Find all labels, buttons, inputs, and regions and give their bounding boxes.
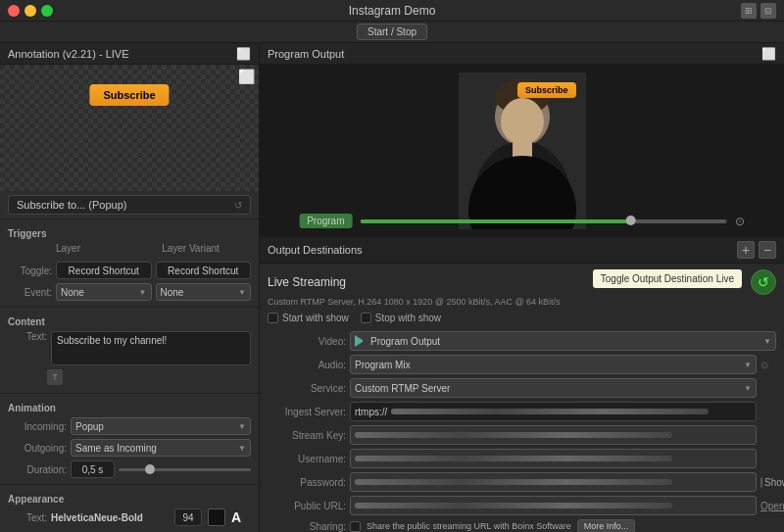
start-with-show-label[interactable]: Start with show (268, 313, 349, 323)
sharing-checkbox[interactable] (350, 521, 361, 532)
left-panel: Annotation (v2.21) - LIVE ⬜ Subscribe ⬜ … (0, 43, 260, 532)
username-input[interactable] (350, 449, 757, 468)
username-label: Username: (268, 454, 346, 464)
ls-toggle-wrapper: ↺ Toggle Output Destination Live (751, 269, 776, 295)
toggle-row: Toggle: Record Shortcut Record Shortcut (0, 260, 259, 281)
ingest-row: Ingest Server: rtmps:// (260, 400, 784, 423)
program-slider[interactable] (360, 219, 726, 223)
video-select[interactable]: Program Output ▼ (350, 331, 776, 351)
toggle-label: Toggle: (8, 266, 52, 276)
program-button[interactable]: Program (299, 214, 352, 228)
program-output-title: Program Output (268, 48, 344, 60)
toggle-select[interactable]: None ▼ (56, 283, 152, 301)
ingest-blurred (391, 409, 709, 414)
ingest-input[interactable]: rtmps:// (350, 402, 757, 421)
close-button[interactable] (8, 5, 20, 17)
font-size[interactable]: 94 (174, 508, 202, 526)
content-text-area[interactable]: Subscribe to my channel! (51, 331, 251, 365)
toggle-shortcut-field[interactable]: Record Shortcut (56, 262, 152, 279)
duration-label: Duration: (8, 464, 67, 475)
service-select[interactable]: Custom RTMP Server ▼ (350, 378, 757, 398)
triggers-header-grid: Layer Layer Variant (0, 241, 259, 256)
play-icon (355, 335, 367, 347)
public-url-input[interactable] (350, 496, 757, 515)
video-label: Video: (268, 336, 346, 347)
animation-section: Animation Incoming: Popup ▼ Outgoing: Sa… (0, 393, 259, 484)
content-format-icon[interactable]: T (47, 369, 63, 385)
program-output-icon: ⬜ (761, 47, 776, 61)
stream-key-input[interactable] (350, 425, 757, 445)
password-row: Password: Show (260, 470, 784, 494)
toggle-tooltip: Toggle Output Destination Live (593, 269, 742, 288)
subscribe-preview-button[interactable]: Subscribe (89, 84, 169, 106)
annotation-title: Annotation (v2.21) - LIVE (8, 48, 129, 60)
output-destinations-header: Output Destinations + − (260, 236, 784, 264)
service-label: Service: (268, 383, 346, 394)
start-stop-button[interactable]: Start / Stop (357, 24, 427, 40)
triggers-section: Triggers Layer Layer Variant Toggle: Rec… (0, 218, 259, 307)
font-style-a: A (231, 509, 251, 525)
incoming-select-arrow: ▼ (238, 422, 246, 431)
audio-select-arrow: ▼ (744, 361, 752, 369)
popup-trigger[interactable]: Subscribe to... (Popup) ↺ (8, 195, 251, 215)
audio-remove-icon[interactable]: ⊙ (760, 360, 776, 370)
animation-section-label: Animation (0, 398, 259, 415)
title-bar: Instagram Demo ⊞ ⊟ (0, 0, 784, 22)
ingest-label: Ingest Server: (268, 407, 346, 417)
duration-slider-thumb (145, 464, 155, 474)
layout-icon-2[interactable]: ⊟ (760, 3, 776, 19)
appearance-section: Appearance Text: HelveticaNeue-Bold 94 A (0, 484, 259, 532)
sharing-row: Sharing: Share the public streaming URL … (260, 517, 784, 532)
duration-value[interactable]: 0,5 s (71, 460, 115, 478)
show-password-checkbox[interactable] (760, 477, 762, 488)
stop-with-show-label[interactable]: Stop with show (361, 313, 441, 323)
add-output-button[interactable]: + (737, 241, 755, 259)
show-password-wrapper: Show (760, 477, 776, 488)
maximize-button[interactable] (41, 5, 53, 17)
public-url-row: Public URL: Open (260, 494, 784, 517)
ls-toggle-button[interactable]: ↺ (751, 269, 776, 295)
start-with-show-checkbox[interactable] (268, 313, 278, 323)
title-bar-right-controls: ⊞ ⊟ (741, 3, 776, 19)
ls-header: Live Streaming ↺ Toggle Output Destinati… (260, 264, 784, 297)
window-title: Instagram Demo (349, 4, 436, 18)
appearance-row: Text: HelveticaNeue-Bold 94 A (0, 507, 259, 528)
minimize-button[interactable] (24, 5, 36, 17)
font-name: HelveticaNeue-Bold (51, 512, 171, 523)
stream-key-blurred (355, 432, 672, 438)
layout-icon-1[interactable]: ⊞ (741, 3, 757, 19)
stream-key-label: Stream Key: (268, 430, 346, 441)
content-text-label: Text: (8, 331, 47, 342)
event-select[interactable]: None ▼ (156, 283, 252, 301)
left-panel-header: Annotation (v2.21) - LIVE ⬜ (0, 43, 259, 65)
output-dest-controls: + − (737, 241, 776, 259)
outgoing-select-arrow: ▼ (238, 444, 246, 453)
duration-slider[interactable] (119, 468, 251, 471)
content-section: Content Text: Subscribe to my channel! T (0, 307, 259, 393)
outgoing-row: Outgoing: Same as Incoming ▼ (0, 437, 259, 459)
ls-show-row: Start with show Stop with show (260, 311, 784, 329)
toggle-select-arrow: ▼ (139, 288, 147, 297)
show-password-label: Show (764, 477, 784, 488)
audio-row: Audio: Program Mix ▼ ⊙ (260, 353, 784, 376)
sharing-label: Sharing: (268, 521, 346, 532)
layer-variant-col-label: Layer Variant (130, 241, 251, 256)
password-label: Password: (268, 477, 346, 488)
video-row: Video: Program Output ▼ (260, 329, 784, 353)
audio-select[interactable]: Program Mix ▼ (350, 355, 757, 374)
open-link[interactable]: Open (760, 501, 776, 511)
variant-shortcut-field[interactable]: Record Shortcut (156, 262, 252, 279)
sharing-text: Share the public streaming URL with Boin… (367, 521, 571, 531)
font-color-swatch[interactable] (208, 508, 225, 526)
outgoing-select[interactable]: Same as Incoming ▼ (71, 439, 251, 457)
stop-with-show-checkbox[interactable] (361, 313, 371, 323)
more-info-button[interactable]: More Info... (577, 519, 636, 532)
remove-output-button[interactable]: − (759, 241, 776, 259)
password-input[interactable] (350, 472, 757, 492)
window-controls (8, 5, 53, 17)
panel-header-icon: ⬜ (236, 47, 251, 61)
incoming-row: Incoming: Popup ▼ (0, 415, 259, 437)
incoming-select[interactable]: Popup ▼ (71, 417, 251, 435)
event-select-arrow: ▼ (238, 288, 246, 297)
public-url-label: Public URL: (268, 501, 346, 511)
